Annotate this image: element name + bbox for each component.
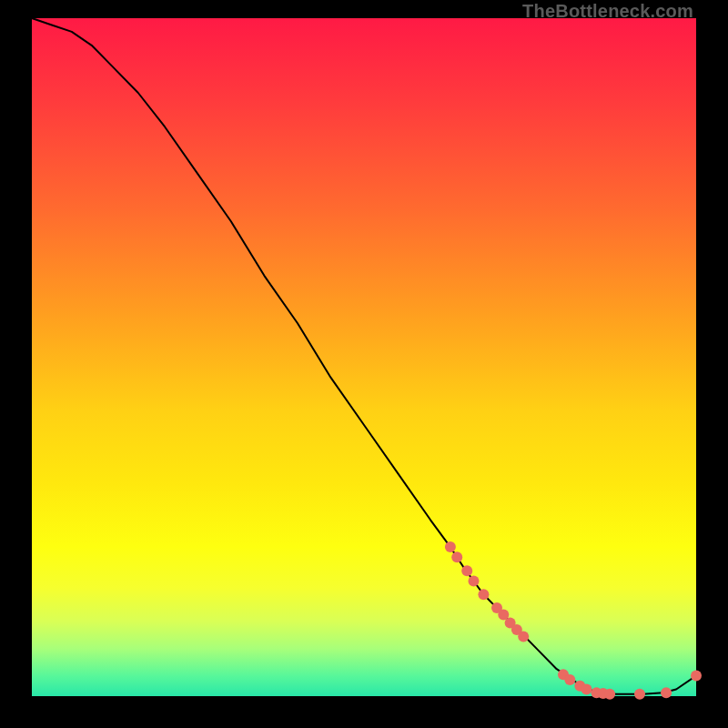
data-marker [445,541,456,552]
data-marker [451,551,462,562]
data-marker [661,687,672,698]
plot-area [32,18,696,696]
series-markers [445,541,702,700]
data-marker [518,631,529,642]
data-marker [478,589,489,600]
data-marker [564,674,575,685]
series-curve [32,18,696,694]
data-marker [581,684,592,695]
data-marker [691,671,702,682]
data-marker [634,689,645,700]
data-marker [461,565,472,576]
chart-svg [32,18,696,696]
data-marker [469,575,480,586]
data-marker [604,689,615,700]
chart-frame: TheBottleneck.com [0,0,728,728]
